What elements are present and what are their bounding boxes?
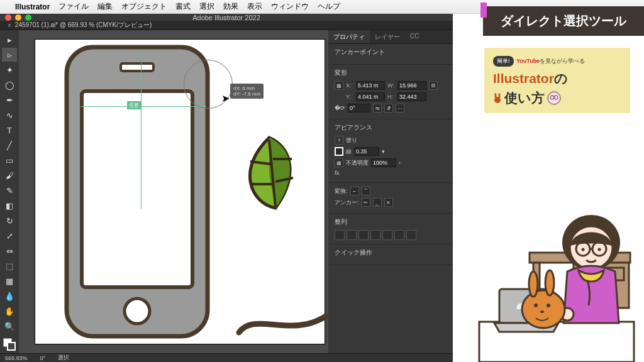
menu-effect[interactable]: 効果 xyxy=(223,1,238,12)
direct-selection-tool[interactable]: ▹ xyxy=(2,48,17,62)
menu-type[interactable]: 書式 xyxy=(175,1,191,12)
menu-object[interactable]: オブジェクト xyxy=(121,1,167,12)
lasso-tool[interactable]: ◯ xyxy=(2,78,17,92)
close-button[interactable] xyxy=(5,14,11,21)
menu-window[interactable]: ウィンドウ xyxy=(271,1,309,12)
fx-label[interactable]: fx. xyxy=(335,170,341,176)
svg-point-28 xyxy=(598,248,601,251)
document-tab[interactable]: × 2459701 (1).ai* @ 669.93 % (CMYK/プレビュー… xyxy=(0,21,453,30)
zoom-tool[interactable]: 🔍 xyxy=(2,319,17,333)
remove-anchor-icon[interactable]: ✂ xyxy=(362,198,370,207)
promo-main-line2: 使い方 xyxy=(493,90,621,106)
y-input[interactable] xyxy=(356,92,385,101)
eyedropper-tool[interactable]: 💧 xyxy=(2,289,17,303)
minimize-button[interactable] xyxy=(15,14,21,21)
window-titlebar: Adobe Illustrator 2022 xyxy=(0,14,453,21)
brush-tool[interactable]: 🖌 xyxy=(2,168,17,182)
rotate-tool[interactable]: ↻ xyxy=(2,214,17,228)
h-input[interactable] xyxy=(397,92,426,101)
line-tool[interactable]: ╱ xyxy=(2,138,17,152)
promo-subtitle: YouTubeを見ながら学べる xyxy=(516,58,585,64)
svg-rect-1 xyxy=(82,91,192,287)
reference-point-icon[interactable]: ▦ xyxy=(335,81,343,90)
artboard[interactable]: 交差 ➤ dX: 0 mm dY: -7.8 mm xyxy=(35,40,325,344)
tail-artwork[interactable] xyxy=(235,307,328,339)
align-left-icon[interactable] xyxy=(335,230,345,240)
convert-label: 変換: xyxy=(335,187,348,195)
align-label: 整列 xyxy=(335,217,447,226)
convert-smooth-icon[interactable]: ⌒ xyxy=(362,187,370,195)
opacity-input[interactable] xyxy=(371,158,396,167)
promo-card: 簡単! YouTubeを見ながら学べる Illustratorの 使い方 xyxy=(484,48,630,113)
menu-help[interactable]: ヘルプ xyxy=(318,1,340,12)
selection-tool[interactable]: ▸ xyxy=(2,33,17,47)
fill-stroke-swatch[interactable] xyxy=(3,338,16,351)
w-input[interactable] xyxy=(397,81,426,90)
rotate-icon: �⟳ xyxy=(335,105,345,111)
opacity-dropdown-icon[interactable]: › xyxy=(399,160,401,166)
width-tool[interactable]: ⇔ xyxy=(2,244,17,258)
cut-path-icon[interactable]: ✕ xyxy=(384,198,393,207)
align-right-icon[interactable] xyxy=(358,230,369,240)
menu-edit[interactable]: 編集 xyxy=(97,1,113,12)
canvas-area[interactable]: 交差 ➤ dX: 0 mm dY: -7.8 mm xyxy=(19,30,328,353)
leaf-artwork[interactable] xyxy=(231,134,307,216)
h-label: H: xyxy=(387,94,395,100)
svg-point-33 xyxy=(534,304,538,307)
stroke-swatch-icon[interactable] xyxy=(335,147,343,156)
menu-view[interactable]: 表示 xyxy=(247,1,262,12)
tab-properties[interactable]: プロパティ xyxy=(328,30,370,43)
svg-point-3 xyxy=(125,299,150,324)
svg-point-11 xyxy=(499,93,501,98)
status-rotate[interactable]: 0° xyxy=(40,355,46,361)
convert-corner-icon[interactable]: ⌐ xyxy=(350,187,359,195)
more-options-icon[interactable]: ⋯ xyxy=(396,104,404,112)
align-hcenter-icon[interactable] xyxy=(347,230,357,240)
hand-tool[interactable]: ✋ xyxy=(2,304,17,318)
window-title: Adobe Illustrator 2022 xyxy=(192,14,260,21)
fill-swatch-icon[interactable]: ? xyxy=(335,136,343,145)
app-menu[interactable]: Illustrator xyxy=(15,3,50,11)
svg-rect-2 xyxy=(121,63,153,71)
magic-wand-tool[interactable]: ✦ xyxy=(2,63,17,77)
pen-tool[interactable]: ✒ xyxy=(2,93,17,107)
status-zoom[interactable]: 669.93% xyxy=(5,355,28,361)
connect-anchor-icon[interactable]: ⎯ xyxy=(373,198,382,207)
dropdown-icon[interactable]: ▾ xyxy=(382,148,385,155)
flip-v-icon[interactable]: ⇵ xyxy=(384,104,393,112)
align-bottom-icon[interactable] xyxy=(394,230,404,240)
menu-select[interactable]: 選択 xyxy=(199,1,214,12)
tab-cc[interactable]: CC xyxy=(405,30,424,43)
svg-point-31 xyxy=(529,272,538,297)
anchor-tools-label: アンカー: xyxy=(335,199,359,207)
shaper-tool[interactable]: ✎ xyxy=(2,184,17,197)
opacity-icon: ▦ xyxy=(335,158,343,167)
stroke-swatch[interactable] xyxy=(7,342,16,351)
x-input[interactable] xyxy=(356,81,385,90)
cursor-icon: ➤ xyxy=(221,92,230,104)
eraser-tool[interactable]: ◧ xyxy=(2,199,17,212)
flip-h-icon[interactable]: ⇋ xyxy=(373,104,382,112)
properties-panel: プロパティ レイヤー CC アンカーポイント 変形 ▦ X: W: ⛓ xyxy=(328,30,453,353)
smart-guide-vertical xyxy=(141,52,142,209)
align-vcenter-icon[interactable] xyxy=(382,230,392,240)
align-more-icon[interactable] xyxy=(406,230,416,240)
svg-point-30 xyxy=(522,290,565,328)
type-tool[interactable]: T xyxy=(2,123,17,137)
align-top-icon[interactable] xyxy=(370,230,380,240)
traffic-lights xyxy=(5,14,31,21)
rotate-input[interactable] xyxy=(348,104,370,112)
stroke-weight-input[interactable] xyxy=(354,147,379,156)
zoom-button[interactable] xyxy=(25,14,31,21)
curvature-tool[interactable]: ∿ xyxy=(2,108,17,122)
link-wh-icon[interactable]: ⛓ xyxy=(429,81,438,90)
menu-file[interactable]: ファイル xyxy=(58,1,89,12)
tab-close-icon[interactable]: × xyxy=(8,22,11,29)
gradient-tool[interactable]: ▦ xyxy=(2,274,17,288)
scale-tool[interactable]: ⤢ xyxy=(2,229,17,243)
tab-layers[interactable]: レイヤー xyxy=(370,30,405,43)
rectangle-tool[interactable]: ▭ xyxy=(2,153,17,167)
svg-point-34 xyxy=(547,304,550,307)
free-transform-tool[interactable]: ⬚ xyxy=(2,259,17,273)
appearance-label: アピアランス xyxy=(335,123,447,132)
